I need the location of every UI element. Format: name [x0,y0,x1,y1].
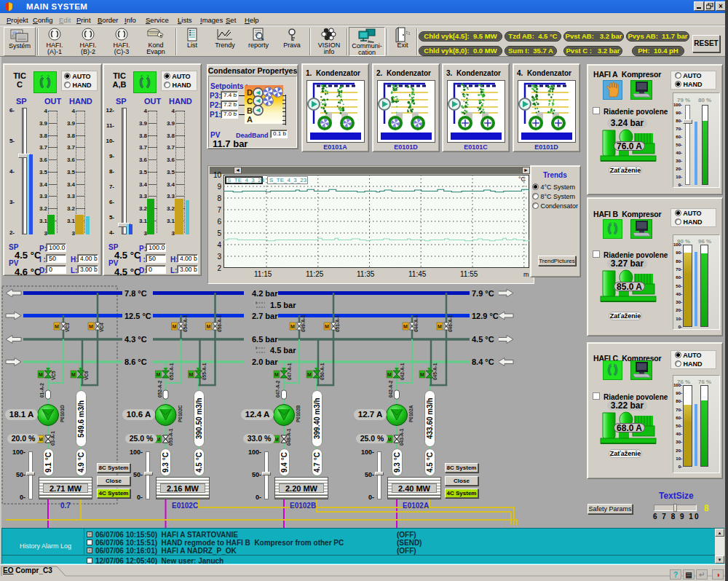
svg-text:050-A-1: 050-A-1 [320,363,325,380]
svg-text:049-A-1: 049-A-1 [301,315,306,332]
svg-text:047-A-2: 047-A-2 [275,380,280,398]
svg-text:052-A-2: 052-A-2 [157,380,162,398]
svg-text:12.9 °C: 12.9 °C [472,312,499,320]
svg-text:056-A-1: 056-A-1 [217,315,222,332]
svg-text:03-A-1: 03-A-1 [50,431,55,446]
svg-text:7.8 °C: 7.8 °C [124,289,147,298]
svg-text:4.2 bar: 4.2 bar [252,289,278,298]
svg-text:P0102C: P0102C [178,405,183,422]
svg-text:053-A-1: 053-A-1 [168,428,173,446]
svg-text:P0101O: P0101O [60,405,65,422]
svg-text:M: M [387,372,392,377]
svg-text:VC6: VC6 [84,371,89,380]
svg-text:M: M [325,324,329,329]
svg-text:6.5 bar: 6.5 bar [252,335,278,344]
svg-text:051-A-1: 051-A-1 [335,315,340,332]
svg-text:M: M [207,324,211,329]
svg-text:4.5 bar: 4.5 bar [270,346,296,355]
svg-text:2.7 bar: 2.7 bar [252,312,278,320]
svg-text:4.3 °C: 4.3 °C [124,335,147,344]
svg-text:2.0 bar: 2.0 bar [252,357,278,366]
svg-text:M: M [290,324,295,329]
svg-text:VC4: VC4 [99,323,104,332]
svg-text:7.9 °C: 7.9 °C [472,289,494,298]
svg-text:048-A-1: 048-A-1 [286,428,291,446]
svg-text:054-A-1: 054-A-1 [183,315,188,332]
svg-text:P0102B: P0102B [296,405,301,422]
svg-text:042-A-2: 042-A-2 [388,380,393,398]
svg-text:055-A-1: 055-A-1 [202,363,207,380]
svg-text:045-A-1: 045-A-1 [432,363,438,380]
svg-text:M: M [438,324,442,329]
svg-text:M: M [420,372,424,377]
svg-text:046-A-1: 046-A-1 [448,315,453,332]
svg-text:VC3: VC3 [65,323,70,332]
svg-text:1.5 bar: 1.5 bar [270,301,296,309]
svg-text:M: M [274,372,279,377]
svg-text:M: M [89,324,93,329]
svg-text:M: M [173,324,177,329]
svg-text:M: M [403,324,408,329]
svg-text:01-A-2: 01-A-2 [39,383,44,398]
svg-text:M: M [307,372,312,377]
svg-text:P0102A: P0102A [408,405,414,422]
svg-text:M: M [71,372,76,377]
svg-text:052-A-1: 052-A-1 [169,363,174,380]
svg-text:M: M [157,372,161,377]
svg-text:VC5: VC5 [51,371,56,380]
svg-text:047-A-1: 047-A-1 [287,363,292,380]
svg-text:M: M [55,324,59,329]
svg-text:M: M [189,372,194,377]
svg-text:8.4 °C: 8.4 °C [472,357,494,366]
svg-text:4.5 °C: 4.5 °C [472,335,494,344]
svg-text:043-A-1: 043-A-1 [399,428,404,446]
svg-text:044-A-1: 044-A-1 [414,315,419,332]
svg-text:12.5 °C: 12.5 °C [124,312,151,320]
svg-text:M: M [39,372,43,377]
svg-text:8.6 °C: 8.6 °C [124,357,147,366]
svg-text:042-A-1: 042-A-1 [400,363,405,380]
